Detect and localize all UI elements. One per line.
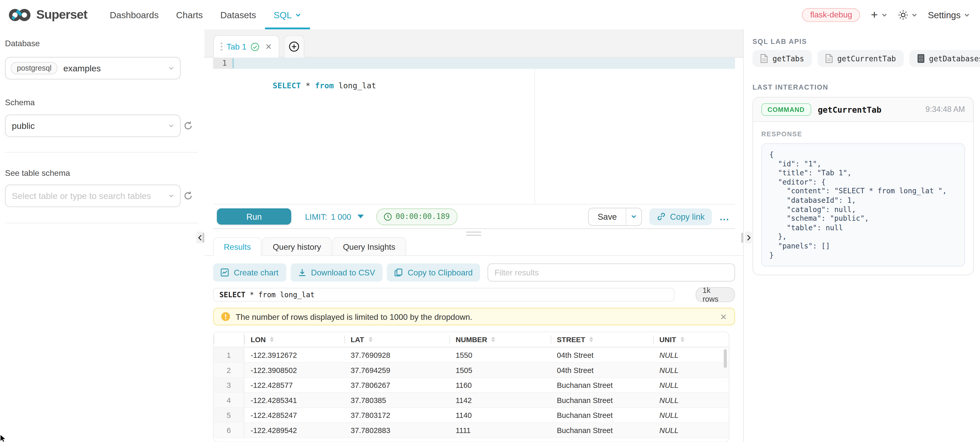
run-query-button[interactable]: Run [217,208,291,225]
refresh-tables-icon[interactable] [183,191,193,201]
superset-logo[interactable]: Superset [0,0,87,30]
row-count-badge: 1k rows [696,287,735,302]
column-header-unit[interactable]: UNIT [653,332,729,346]
last-interaction-title: LAST INTERACTION [752,83,829,91]
database-sidebar: Database postgresql examples Schema publ… [0,30,205,442]
response-json-block: { "id": "1", "title": "Tab 1", "editor":… [761,143,965,266]
table-row: 2 -122.3908502 37.7694259 1505 04th Stre… [214,362,729,377]
mouse-cursor [0,434,8,442]
sql-keyword: SELECT [272,81,301,90]
collapse-right-panel-button[interactable] [745,231,752,243]
api-getcurrenttab-button[interactable]: getCurrentTab [817,50,903,67]
sort-icon [681,337,684,342]
api-buttons-row: getTabs getCurrentTab [752,50,980,67]
caret-down-icon [358,215,364,219]
save-split-button: Save [588,207,642,226]
sql-code-editor[interactable]: 1 SELECT * from long_lat [213,57,735,204]
sort-icon [270,337,274,342]
new-item-menu[interactable]: + [871,9,888,20]
api-getdatabases-button[interactable]: getDatabases [909,50,980,67]
command-name: getCurrentTab [818,105,881,114]
superset-logo-icon [8,7,31,22]
right-panel-resize-handle[interactable] [741,233,743,243]
nav-charts[interactable]: Charts [167,0,212,30]
schema-select[interactable]: public [5,115,181,137]
table-row: 3 -122.428577 37.7806267 1160 Buchanan S… [214,377,729,393]
refresh-schemas-icon[interactable] [183,121,193,131]
add-tab-button[interactable] [284,35,304,58]
last-interaction-card: COMMAND getCurrentTab 9:34:48 AM RESPONS… [752,97,974,275]
filter-results-input[interactable] [488,263,735,282]
tab-results[interactable]: Results [213,237,261,256]
nav-datasets[interactable]: Datasets [212,0,265,30]
clock-icon [384,212,392,221]
chevron-down-icon [295,11,301,18]
save-options-button[interactable] [626,208,641,225]
create-chart-button[interactable]: Create chart [213,263,286,282]
left-panel-resize-handle[interactable] [202,233,204,243]
query-preview-row: SELECT * from long_lat 1k rows [213,287,735,302]
save-button[interactable]: Save [589,208,626,225]
results-tabbar: Results Query history Query Insights [204,238,743,256]
tab-query-history[interactable]: Query history [262,237,331,256]
plus-icon: + [871,9,878,20]
nav-sql[interactable]: SQL [265,0,310,30]
toolbar-right-cluster: Save Copy link ... [588,207,729,226]
drag-handle-icon [221,43,222,50]
brand-name: Superset [36,8,87,22]
cabinet-icon [917,54,925,64]
limit-label: LIMIT: [305,212,327,221]
api-gettabs-button[interactable]: getTabs [752,50,812,67]
copy-to-clipboard-button[interactable]: Copy to Clipboard [387,263,480,282]
table-row-partial [214,437,729,442]
sidebar-divider [5,152,198,152]
chevron-down-icon [168,65,174,71]
page-icon [825,54,833,64]
chevron-down-icon [911,11,917,18]
copy-link-button[interactable]: Copy link [649,208,712,225]
superset-sql-lab-window: Superset Dashboards Charts Datasets SQL … [0,0,980,442]
chart-icon [221,268,229,277]
nav-dashboards[interactable]: Dashboards [101,0,167,30]
column-header-street[interactable]: STREET [550,332,653,346]
results-actions-row: Create chart Download to CSV [213,263,735,282]
table-select[interactable]: Select table or type to search tables [5,185,181,207]
settings-menu[interactable]: Settings [928,10,970,20]
download-icon [298,268,306,277]
chevron-down-icon [168,193,174,199]
sql-keyword: from [315,81,334,90]
close-tab-icon[interactable]: ✕ [265,42,272,51]
close-icon[interactable]: ✕ [720,312,727,321]
database-dialect-tag: postgresql [11,62,58,75]
table-header-row: LON LAT NUMBER STREET UNIT [214,332,729,347]
theme-menu[interactable] [898,10,918,20]
schema-value: public [12,121,35,131]
editor-gutter: 1 [213,57,232,204]
editor-tab-1[interactable]: Tab 1 ✕ [213,35,280,58]
query-timer: 00:00:00.189 [376,208,457,225]
vertical-scrollbar[interactable] [724,349,727,368]
download-csv-button[interactable]: Download to CSV [290,263,383,282]
tab-query-insights[interactable]: Query Insights [332,237,406,256]
column-header-lat[interactable]: LAT [344,332,450,346]
table-schema-label: See table schema [5,168,70,178]
column-header-lon[interactable]: LON [244,332,344,346]
chevron-down-icon [630,213,637,219]
sidebar-divider [5,223,198,223]
table-row: 6 -122.4289542 37.7802883 1111 Buchanan … [214,422,729,437]
column-header-number[interactable]: NUMBER [450,332,551,346]
interaction-card-header: COMMAND getCurrentTab 9:34:48 AM [753,97,973,122]
page-icon [760,54,768,64]
more-options-button[interactable]: ... [720,211,730,222]
code-line-1[interactable]: SELECT * from long_lat [232,57,735,69]
command-timestamp: 9:34:48 AM [925,105,965,114]
database-select[interactable]: postgresql examples [5,57,181,80]
line-number: 1 [213,57,232,69]
limit-dropdown[interactable]: LIMIT: 1 000 [305,212,364,221]
text-cursor [232,58,234,68]
table-select-placeholder: Select table or type to search tables [12,191,151,201]
copy-icon [395,268,402,277]
horizontal-split-handle[interactable] [466,231,481,236]
sql-lab-apis-title: SQL LAB APIS [752,37,807,45]
collapse-left-panel-button[interactable] [196,231,203,243]
